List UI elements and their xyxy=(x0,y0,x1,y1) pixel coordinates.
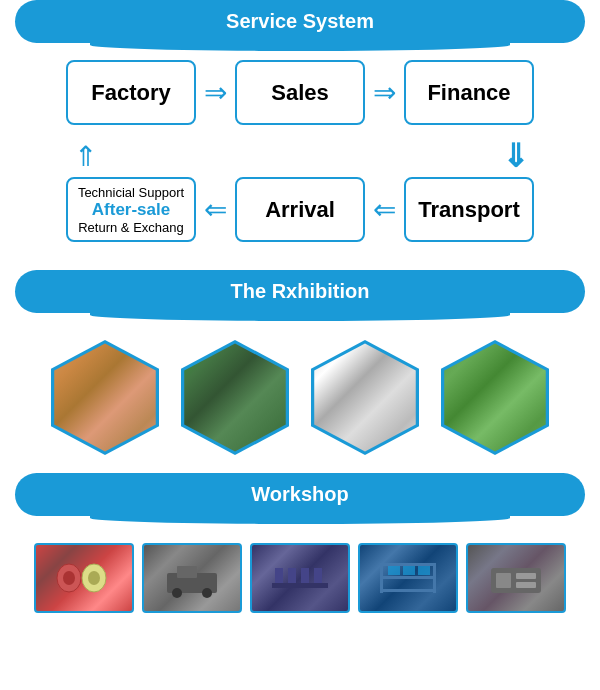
workshop-photo-4-icon xyxy=(378,558,438,598)
arrival-box: Arrival xyxy=(235,177,365,242)
workshop-title: Workshop xyxy=(15,473,585,516)
workshop-photo-2 xyxy=(142,543,242,613)
svg-rect-11 xyxy=(301,568,309,583)
svg-rect-8 xyxy=(272,583,328,588)
svg-rect-9 xyxy=(275,568,283,583)
workshop-photos-row xyxy=(0,533,600,623)
workshop-header-wave xyxy=(90,512,510,524)
finance-box: Finance xyxy=(404,60,534,125)
service-flow: Factory ⇒ Sales ⇒ Finance ⇑ ⇓ Technicial… xyxy=(0,60,600,262)
svg-rect-23 xyxy=(516,573,536,579)
exhibition-header: The Rxhibition xyxy=(0,270,600,325)
transport-box: Transport xyxy=(404,177,534,242)
service-header: Service System xyxy=(0,0,600,55)
svg-rect-15 xyxy=(380,589,436,592)
workshop-photo-3-icon xyxy=(270,558,330,598)
arrow-up-aftersale: ⇑ xyxy=(20,140,150,173)
arrow-arrival-to-aftersale: ⇐ xyxy=(204,193,227,226)
workshop-photo-grid xyxy=(15,543,585,613)
workshop-section: Workshop xyxy=(0,473,600,623)
svg-rect-16 xyxy=(380,563,383,593)
service-header-wave xyxy=(90,39,510,51)
factory-box: Factory xyxy=(66,60,196,125)
hex-photo-2 xyxy=(175,340,295,455)
svg-point-6 xyxy=(172,588,182,598)
flow-row-1: Factory ⇒ Sales ⇒ Finance xyxy=(20,60,580,125)
hex-photo-3 xyxy=(305,340,425,455)
hex-photo-4 xyxy=(435,340,555,455)
hex-photo-row xyxy=(15,340,585,455)
workshop-photo-5 xyxy=(466,543,566,613)
svg-rect-17 xyxy=(433,563,436,593)
workshop-photo-1 xyxy=(34,543,134,613)
exhibition-header-wave xyxy=(90,309,510,321)
svg-rect-20 xyxy=(418,566,430,575)
aftersale-line1: Technicial Support xyxy=(78,185,184,200)
svg-rect-18 xyxy=(388,566,400,575)
workshop-photo-2-icon xyxy=(162,558,222,598)
exhibition-photos xyxy=(0,330,600,465)
service-system-section: Service System Factory ⇒ Sales ⇒ Finance… xyxy=(0,0,600,262)
exhibition-section: The Rxhibition xyxy=(0,270,600,465)
svg-rect-24 xyxy=(516,582,536,588)
workshop-photo-3 xyxy=(250,543,350,613)
svg-point-7 xyxy=(202,588,212,598)
workshop-photo-4 xyxy=(358,543,458,613)
svg-rect-22 xyxy=(496,573,511,588)
flow-row-2: Technicial Support After-sale Return & E… xyxy=(20,177,580,242)
svg-point-3 xyxy=(88,571,100,585)
service-title: Service System xyxy=(15,0,585,43)
aftersale-line3: Return & Exchang xyxy=(78,220,184,235)
arrow-factory-to-sales: ⇒ xyxy=(204,76,227,109)
arrow-transport-to-arrival: ⇐ xyxy=(373,193,396,226)
svg-rect-14 xyxy=(380,576,436,579)
arrow-sales-to-finance: ⇒ xyxy=(373,76,396,109)
workshop-photo-1-icon xyxy=(54,558,114,598)
svg-rect-5 xyxy=(177,566,197,578)
aftersale-line2: After-sale xyxy=(92,200,170,220)
sales-box: Sales xyxy=(235,60,365,125)
hex-photo-1 xyxy=(45,340,165,455)
svg-point-1 xyxy=(63,571,75,585)
arrow-down-transport: ⇓ xyxy=(450,137,580,175)
workshop-header: Workshop xyxy=(0,473,600,528)
workshop-photo-5-icon xyxy=(486,558,546,598)
aftersale-box: Technicial Support After-sale Return & E… xyxy=(66,177,196,242)
svg-rect-10 xyxy=(288,568,296,583)
svg-rect-19 xyxy=(403,566,415,575)
svg-rect-13 xyxy=(380,563,436,566)
exhibition-title: The Rxhibition xyxy=(15,270,585,313)
svg-rect-12 xyxy=(314,568,322,583)
